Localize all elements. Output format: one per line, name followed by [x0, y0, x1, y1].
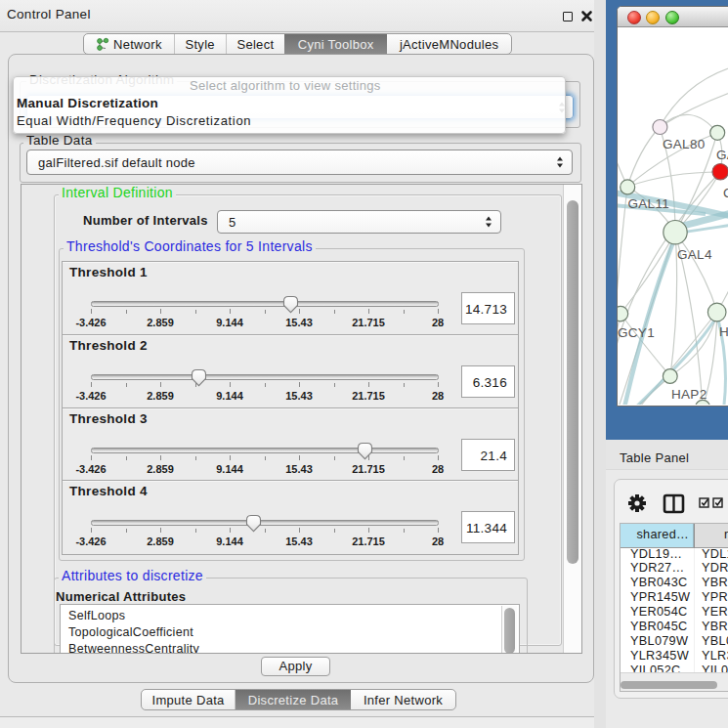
svg-text:GAL11: GAL11 [628, 196, 670, 211]
svg-text:GA: GA [716, 148, 728, 162]
svg-text:HAP2: HAP2 [671, 387, 707, 402]
svg-text:GCY1: GCY1 [618, 325, 655, 340]
svg-text:GAL4: GAL4 [677, 247, 712, 262]
svg-text:C: C [723, 186, 728, 200]
svg-text:GAL80: GAL80 [663, 137, 706, 151]
svg-text:H: H [719, 324, 728, 339]
